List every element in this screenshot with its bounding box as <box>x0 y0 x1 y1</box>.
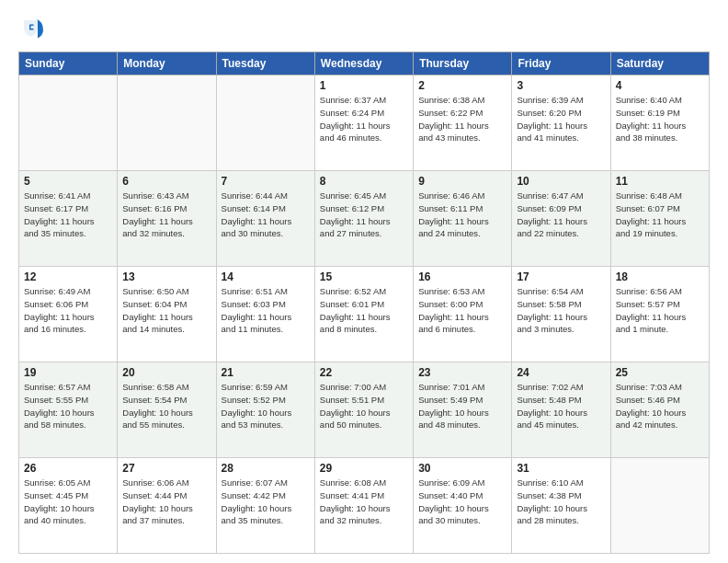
day-info: Sunrise: 6:05 AM Sunset: 4:45 PM Dayligh… <box>24 477 112 527</box>
calendar-day: 13Sunrise: 6:50 AM Sunset: 6:04 PM Dayli… <box>118 267 216 362</box>
col-header-wednesday: Wednesday <box>314 52 413 75</box>
day-number: 30 <box>418 462 506 475</box>
calendar-day <box>19 75 118 171</box>
calendar-day: 8Sunrise: 6:45 AM Sunset: 6:12 PM Daylig… <box>314 171 413 267</box>
day-number: 10 <box>517 175 605 188</box>
day-info: Sunrise: 6:49 AM Sunset: 6:06 PM Dayligh… <box>24 285 112 336</box>
calendar-header-row: SundayMondayTuesdayWednesdayThursdayFrid… <box>19 52 710 75</box>
day-info: Sunrise: 6:51 AM Sunset: 6:03 PM Dayligh… <box>222 285 310 336</box>
day-info: Sunrise: 7:01 AM Sunset: 5:49 PM Dayligh… <box>418 381 506 431</box>
calendar-day: 5Sunrise: 6:41 AM Sunset: 6:17 PM Daylig… <box>19 171 118 267</box>
logo <box>18 15 50 42</box>
calendar-day: 27Sunrise: 6:06 AM Sunset: 4:44 PM Dayli… <box>118 458 216 554</box>
day-info: Sunrise: 6:56 AM Sunset: 5:57 PM Dayligh… <box>616 285 704 336</box>
day-number: 18 <box>616 270 704 283</box>
day-number: 28 <box>222 462 310 475</box>
day-info: Sunrise: 7:02 AM Sunset: 5:48 PM Dayligh… <box>517 381 605 431</box>
header <box>18 15 710 42</box>
day-number: 19 <box>24 366 112 379</box>
calendar-day: 17Sunrise: 6:54 AM Sunset: 5:58 PM Dayli… <box>512 267 610 362</box>
day-info: Sunrise: 6:50 AM Sunset: 6:04 PM Dayligh… <box>122 285 210 336</box>
day-info: Sunrise: 6:40 AM Sunset: 6:19 PM Dayligh… <box>616 94 704 144</box>
day-info: Sunrise: 6:47 AM Sunset: 6:09 PM Dayligh… <box>517 190 605 240</box>
day-info: Sunrise: 6:46 AM Sunset: 6:11 PM Dayligh… <box>418 190 506 240</box>
calendar-day: 10Sunrise: 6:47 AM Sunset: 6:09 PM Dayli… <box>512 171 610 267</box>
calendar-week-5: 26Sunrise: 6:05 AM Sunset: 4:45 PM Dayli… <box>19 458 710 554</box>
day-number: 6 <box>122 175 210 188</box>
day-number: 25 <box>616 366 704 379</box>
page: SundayMondayTuesdayWednesdayThursdayFrid… <box>0 0 728 563</box>
calendar-day: 12Sunrise: 6:49 AM Sunset: 6:06 PM Dayli… <box>19 267 118 362</box>
calendar-day: 31Sunrise: 6:10 AM Sunset: 4:38 PM Dayli… <box>512 458 610 554</box>
day-number: 3 <box>517 79 605 92</box>
col-header-saturday: Saturday <box>610 52 709 75</box>
day-info: Sunrise: 6:52 AM Sunset: 6:01 PM Dayligh… <box>320 285 408 336</box>
calendar-day: 22Sunrise: 7:00 AM Sunset: 5:51 PM Dayli… <box>314 362 413 458</box>
day-info: Sunrise: 6:54 AM Sunset: 5:58 PM Dayligh… <box>517 285 605 336</box>
calendar-day: 16Sunrise: 6:53 AM Sunset: 6:00 PM Dayli… <box>414 267 512 362</box>
calendar-day: 20Sunrise: 6:58 AM Sunset: 5:54 PM Dayli… <box>118 362 216 458</box>
calendar-day: 4Sunrise: 6:40 AM Sunset: 6:19 PM Daylig… <box>610 75 709 171</box>
day-info: Sunrise: 6:41 AM Sunset: 6:17 PM Dayligh… <box>24 190 112 240</box>
day-number: 7 <box>222 175 310 188</box>
calendar-week-3: 12Sunrise: 6:49 AM Sunset: 6:06 PM Dayli… <box>19 267 710 362</box>
col-header-thursday: Thursday <box>414 52 512 75</box>
day-info: Sunrise: 7:00 AM Sunset: 5:51 PM Dayligh… <box>320 381 408 431</box>
calendar-day: 14Sunrise: 6:51 AM Sunset: 6:03 PM Dayli… <box>216 267 314 362</box>
day-number: 17 <box>517 270 605 283</box>
col-header-monday: Monday <box>118 52 216 75</box>
day-number: 11 <box>616 175 704 188</box>
calendar-week-1: 1Sunrise: 6:37 AM Sunset: 6:24 PM Daylig… <box>19 75 710 171</box>
calendar-day <box>216 75 314 171</box>
calendar-day: 26Sunrise: 6:05 AM Sunset: 4:45 PM Dayli… <box>19 458 118 554</box>
calendar-day: 18Sunrise: 6:56 AM Sunset: 5:57 PM Dayli… <box>610 267 709 362</box>
calendar-day <box>610 458 709 554</box>
calendar-day: 28Sunrise: 6:07 AM Sunset: 4:42 PM Dayli… <box>216 458 314 554</box>
calendar-day: 2Sunrise: 6:38 AM Sunset: 6:22 PM Daylig… <box>414 75 512 171</box>
col-header-sunday: Sunday <box>19 52 118 75</box>
calendar-day: 15Sunrise: 6:52 AM Sunset: 6:01 PM Dayli… <box>314 267 413 362</box>
day-info: Sunrise: 6:43 AM Sunset: 6:16 PM Dayligh… <box>122 190 210 240</box>
day-info: Sunrise: 6:53 AM Sunset: 6:00 PM Dayligh… <box>418 285 506 336</box>
calendar-week-2: 5Sunrise: 6:41 AM Sunset: 6:17 PM Daylig… <box>19 171 710 267</box>
calendar-day: 25Sunrise: 7:03 AM Sunset: 5:46 PM Dayli… <box>610 362 709 458</box>
day-number: 1 <box>320 79 408 92</box>
day-number: 4 <box>616 79 704 92</box>
day-number: 20 <box>122 366 210 379</box>
day-info: Sunrise: 6:48 AM Sunset: 6:07 PM Dayligh… <box>616 190 704 240</box>
day-info: Sunrise: 6:59 AM Sunset: 5:52 PM Dayligh… <box>222 381 310 431</box>
day-number: 5 <box>24 175 112 188</box>
day-number: 12 <box>24 270 112 283</box>
day-number: 22 <box>320 366 408 379</box>
calendar-day: 1Sunrise: 6:37 AM Sunset: 6:24 PM Daylig… <box>314 75 413 171</box>
col-header-friday: Friday <box>512 52 610 75</box>
day-info: Sunrise: 6:38 AM Sunset: 6:22 PM Dayligh… <box>418 94 506 144</box>
day-number: 27 <box>122 462 210 475</box>
calendar-table: SundayMondayTuesdayWednesdayThursdayFrid… <box>18 52 710 554</box>
calendar-day: 7Sunrise: 6:44 AM Sunset: 6:14 PM Daylig… <box>216 171 314 267</box>
day-info: Sunrise: 6:45 AM Sunset: 6:12 PM Dayligh… <box>320 190 408 240</box>
col-header-tuesday: Tuesday <box>216 52 314 75</box>
day-info: Sunrise: 6:57 AM Sunset: 5:55 PM Dayligh… <box>24 381 112 431</box>
day-number: 29 <box>320 462 408 475</box>
calendar-day: 21Sunrise: 6:59 AM Sunset: 5:52 PM Dayli… <box>216 362 314 458</box>
calendar-day: 29Sunrise: 6:08 AM Sunset: 4:41 PM Dayli… <box>314 458 413 554</box>
calendar-day <box>118 75 216 171</box>
day-info: Sunrise: 6:08 AM Sunset: 4:41 PM Dayligh… <box>320 477 408 527</box>
day-info: Sunrise: 6:44 AM Sunset: 6:14 PM Dayligh… <box>222 190 310 240</box>
calendar-day: 9Sunrise: 6:46 AM Sunset: 6:11 PM Daylig… <box>414 171 512 267</box>
day-info: Sunrise: 6:10 AM Sunset: 4:38 PM Dayligh… <box>517 477 605 527</box>
day-info: Sunrise: 6:09 AM Sunset: 4:40 PM Dayligh… <box>418 477 506 527</box>
day-info: Sunrise: 7:03 AM Sunset: 5:46 PM Dayligh… <box>616 381 704 431</box>
day-number: 24 <box>517 366 605 379</box>
calendar-day: 3Sunrise: 6:39 AM Sunset: 6:20 PM Daylig… <box>512 75 610 171</box>
day-number: 15 <box>320 270 408 283</box>
day-number: 13 <box>122 270 210 283</box>
day-number: 26 <box>24 462 112 475</box>
day-number: 8 <box>320 175 408 188</box>
day-info: Sunrise: 6:06 AM Sunset: 4:44 PM Dayligh… <box>122 477 210 527</box>
day-number: 2 <box>418 79 506 92</box>
calendar-day: 24Sunrise: 7:02 AM Sunset: 5:48 PM Dayli… <box>512 362 610 458</box>
day-info: Sunrise: 6:58 AM Sunset: 5:54 PM Dayligh… <box>122 381 210 431</box>
calendar-day: 19Sunrise: 6:57 AM Sunset: 5:55 PM Dayli… <box>19 362 118 458</box>
